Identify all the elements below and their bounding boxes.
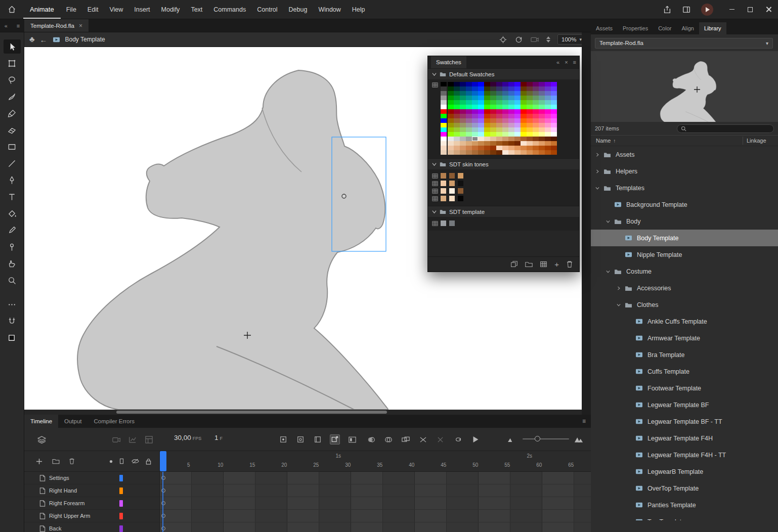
- swatch[interactable]: [502, 150, 508, 155]
- swatch[interactable]: [514, 150, 521, 155]
- swatch[interactable]: [478, 118, 484, 123]
- swatch[interactable]: [527, 150, 533, 155]
- swatch[interactable]: [472, 91, 478, 96]
- library-item-nipple-template[interactable]: Nipple Template: [591, 246, 778, 263]
- swatch[interactable]: [466, 82, 472, 86]
- library-item-armwear-template[interactable]: Armwear Template: [591, 330, 778, 346]
- library-item-body-template[interactable]: Body Template: [591, 230, 778, 246]
- library-item-templates[interactable]: Templates: [591, 180, 778, 196]
- swatch[interactable]: [545, 137, 551, 141]
- swatch[interactable]: [521, 141, 527, 146]
- swatch[interactable]: [484, 86, 490, 91]
- swatch[interactable]: [502, 86, 508, 91]
- swatch[interactable]: [551, 100, 557, 105]
- swatch[interactable]: [448, 127, 454, 132]
- library-item-ankle-cuffs-template[interactable]: Ankle Cuffs Template: [591, 313, 778, 330]
- swatch[interactable]: [460, 114, 466, 118]
- library-document-select[interactable]: Template-Rod.fla ▾: [595, 38, 773, 49]
- swatch[interactable]: [514, 137, 521, 141]
- swatch[interactable]: [441, 137, 447, 141]
- layer-frames-back[interactable]: [160, 522, 591, 532]
- library-item-overtop-template[interactable]: OverTop Template: [591, 480, 778, 497]
- layer-color-chip[interactable]: [119, 500, 123, 507]
- slider-knob[interactable]: [535, 436, 540, 441]
- swatch[interactable]: [496, 123, 502, 127]
- swatch[interactable]: [508, 82, 514, 86]
- swatch[interactable]: [539, 150, 545, 155]
- swatch[interactable]: [490, 118, 496, 123]
- swatch[interactable]: [502, 82, 508, 86]
- swatch[interactable]: [545, 114, 551, 118]
- swatch[interactable]: [490, 114, 496, 118]
- swatch[interactable]: [472, 150, 478, 155]
- hand-tool[interactable]: [4, 256, 21, 271]
- swatch[interactable]: [551, 109, 557, 114]
- timeline-tab-compiler-errors[interactable]: Compiler Errors: [88, 415, 141, 428]
- swatch[interactable]: [539, 109, 545, 114]
- swatch[interactable]: [527, 118, 533, 123]
- layer-depth-icon[interactable]: [127, 434, 138, 445]
- swatch[interactable]: [454, 118, 460, 123]
- library-item-footwear-template[interactable]: Footwear Template: [591, 380, 778, 396]
- swatch[interactable]: [527, 82, 533, 86]
- swatch[interactable]: [551, 96, 557, 100]
- swatch[interactable]: [545, 141, 551, 146]
- swatch[interactable]: [533, 118, 539, 123]
- edit-scene-icon[interactable]: ♣: [29, 35, 35, 44]
- swatch[interactable]: [502, 137, 508, 141]
- swatch[interactable]: [472, 100, 478, 105]
- loop-icon[interactable]: [453, 434, 463, 445]
- swatch[interactable]: [496, 137, 502, 141]
- swatch[interactable]: [502, 123, 508, 127]
- swatch[interactable]: [460, 105, 466, 109]
- swatch[interactable]: [449, 181, 455, 186]
- swatch[interactable]: [514, 127, 521, 132]
- swatch[interactable]: [466, 118, 472, 123]
- swatch[interactable]: [508, 146, 514, 150]
- menu-commands[interactable]: Commands: [208, 0, 251, 19]
- swatch[interactable]: [527, 141, 533, 146]
- panel-tab-align[interactable]: Align: [676, 22, 699, 34]
- canvas-hscrollbar[interactable]: [24, 410, 582, 415]
- swatch[interactable]: [490, 132, 496, 137]
- swatch[interactable]: [454, 150, 460, 155]
- swatch[interactable]: [454, 132, 460, 137]
- rectangle-tool[interactable]: [4, 140, 21, 154]
- lock-column-icon[interactable]: [144, 457, 153, 466]
- library-item-legwear-template-f4h-tt[interactable]: Legwear Template F4H - TT: [591, 447, 778, 463]
- section-default-swatches[interactable]: Default Swatches: [428, 68, 579, 79]
- remove-frame-icon[interactable]: [435, 434, 445, 445]
- swatch[interactable]: [472, 109, 478, 114]
- swatch[interactable]: [502, 96, 508, 100]
- swatch[interactable]: [460, 150, 466, 155]
- swatch[interactable]: [458, 196, 463, 201]
- swatch[interactable]: [533, 109, 539, 114]
- swatch[interactable]: [545, 146, 551, 150]
- swatch[interactable]: [545, 86, 551, 91]
- swatch[interactable]: [521, 105, 527, 109]
- swatch[interactable]: [508, 123, 514, 127]
- camera-icon[interactable]: [530, 35, 539, 43]
- swatch[interactable]: [508, 105, 514, 109]
- menu-edit[interactable]: Edit: [82, 0, 104, 19]
- swatch[interactable]: [496, 109, 502, 114]
- library-item-costume[interactable]: Costume: [591, 263, 778, 280]
- swatch[interactable]: [472, 146, 478, 150]
- more-tools[interactable]: [4, 297, 21, 312]
- library-item-legwear-template-f4h[interactable]: Legwear Template F4H: [591, 430, 778, 447]
- swatch[interactable]: [527, 100, 533, 105]
- swatch[interactable]: [508, 109, 514, 114]
- swatch[interactable]: [521, 137, 527, 141]
- swatch[interactable]: [441, 141, 447, 146]
- swatch[interactable]: [472, 114, 478, 118]
- swatch[interactable]: [508, 96, 514, 100]
- swatch[interactable]: [551, 114, 557, 118]
- swatch[interactable]: [521, 86, 527, 91]
- swatch[interactable]: [478, 132, 484, 137]
- library-item-legwearb-template[interactable]: LegwearB Template: [591, 463, 778, 480]
- swatch[interactable]: [527, 146, 533, 150]
- panel-tab-color[interactable]: Color: [653, 22, 676, 34]
- menu-debug[interactable]: Debug: [283, 0, 313, 19]
- swatch[interactable]: [496, 82, 502, 86]
- swatch[interactable]: [454, 100, 460, 105]
